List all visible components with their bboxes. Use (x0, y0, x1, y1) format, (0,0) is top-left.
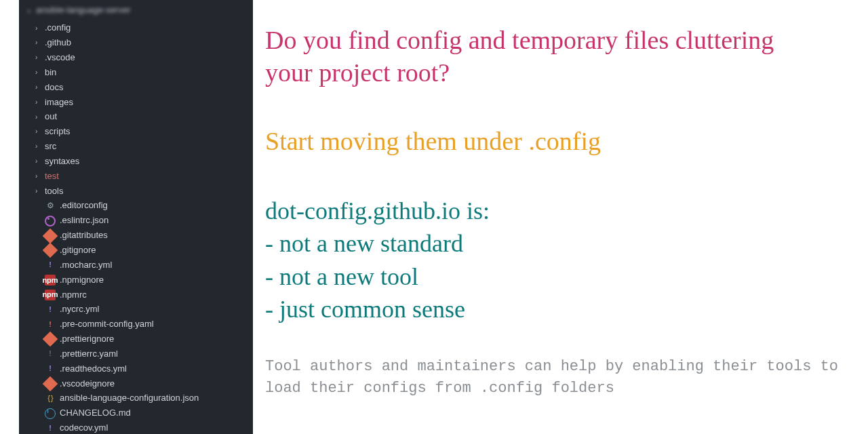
folder-label: scripts (45, 125, 71, 138)
file-row[interactable]: .prettierignore (19, 332, 253, 347)
facts-item: - just common sense (265, 293, 852, 326)
folder-label: docs (45, 81, 63, 94)
file-type-icon (43, 376, 58, 392)
file-label: .pre-commit-config.yaml (60, 318, 154, 331)
folder-row[interactable]: ›images (19, 95, 253, 110)
folder-label: .vscode (45, 52, 75, 64)
folder-label: test (45, 170, 59, 183)
file-label: ansible-language-configuration.json (60, 392, 199, 405)
file-row[interactable]: .pre-commit-config.yaml (19, 317, 253, 332)
file-label: .gitignore (60, 244, 96, 257)
folder-row[interactable]: ›.vscode (19, 51, 253, 66)
file-explorer-sidebar: ⌄ ansible-language-server ›.config›.gith… (0, 0, 254, 434)
folder-label: out (45, 111, 57, 123)
chevron-down-icon: ⌄ (26, 5, 32, 16)
file-row[interactable]: .gitignore (19, 243, 253, 258)
folder-row[interactable]: ›bin (19, 65, 253, 80)
file-label: .prettierrc.yaml (60, 348, 118, 361)
folder-row[interactable]: ›tools (19, 184, 253, 199)
folder-label: .github (45, 37, 71, 50)
file-row[interactable]: .eslintrc.json (19, 214, 253, 229)
file-row[interactable]: .vscodeignore (19, 376, 253, 391)
headline-text: Do you find config and temporary files c… (265, 24, 821, 89)
chevron-right-icon: › (35, 172, 41, 182)
file-type-icon (45, 201, 56, 212)
folder-label: bin (45, 66, 56, 79)
explorer-root-row[interactable]: ⌄ ansible-language-server (19, 0, 253, 20)
file-label: .gitattributes (60, 229, 108, 242)
chevron-right-icon: › (35, 157, 41, 167)
folder-label: images (45, 96, 73, 109)
folder-label: .config (45, 22, 71, 35)
file-label: .npmrc (60, 289, 87, 302)
explorer-panel: ⌄ ansible-language-server ›.config›.gith… (19, 0, 253, 434)
chevron-right-icon: › (35, 38, 41, 48)
chevron-right-icon: › (35, 142, 41, 152)
file-type-icon (45, 349, 56, 359)
folder-row[interactable]: ›.config (19, 21, 253, 36)
chevron-right-icon: › (35, 68, 41, 78)
file-label: .readthedocs.yml (60, 363, 127, 376)
file-row[interactable]: .npmignore (19, 273, 253, 288)
file-label: .editorconfig (60, 199, 108, 212)
file-label: .nycrc.yml (60, 303, 100, 316)
file-row[interactable]: .editorconfig (19, 199, 253, 214)
chevron-right-icon: › (35, 98, 41, 108)
folder-row[interactable]: ›docs (19, 80, 253, 95)
folder-label: tools (45, 185, 63, 198)
file-label: CHANGELOG.md (60, 407, 131, 420)
file-type-icon (45, 216, 56, 226)
file-type-icon (43, 228, 58, 243)
folder-row[interactable]: ›out (19, 110, 253, 125)
file-row[interactable]: codecov.yml (19, 421, 253, 434)
file-label: .mocharc.yml (60, 259, 112, 272)
file-label: .vscodeignore (60, 378, 115, 391)
file-type-icon (45, 363, 56, 374)
file-type-icon (45, 260, 56, 271)
slide-content: Do you find config and temporary files c… (254, 0, 868, 434)
file-row[interactable]: .mocharc.yml (19, 258, 253, 273)
file-type-icon (43, 332, 58, 347)
file-type-icon (45, 319, 56, 330)
facts-item: - not a new tool (265, 260, 852, 294)
folder-row[interactable]: ›syntaxes (19, 154, 253, 169)
chevron-right-icon: › (35, 127, 41, 137)
file-type-icon (43, 243, 58, 258)
folder-label: src (45, 140, 56, 153)
file-row[interactable]: .nycrc.yml (19, 302, 253, 317)
file-row[interactable]: .readthedocs.yml (19, 361, 253, 376)
file-type-icon (45, 275, 56, 285)
file-row[interactable]: .npmrc (19, 288, 253, 302)
file-type-icon (45, 423, 56, 434)
file-label: .npmignore (60, 274, 104, 287)
file-tree: ›.config›.github›.vscode›bin›docs›images… (19, 20, 253, 434)
facts-item: - not a new standard (265, 227, 852, 260)
file-type-icon (45, 304, 56, 315)
file-row[interactable]: .prettierrc.yaml (19, 347, 253, 361)
file-label: codecov.yml (60, 422, 108, 434)
folder-row[interactable]: ›scripts (19, 125, 253, 140)
folder-row[interactable]: ›test (19, 169, 253, 184)
chevron-right-icon: › (35, 113, 41, 123)
file-type-icon (45, 290, 56, 300)
folder-label: syntaxes (45, 155, 79, 168)
chevron-right-icon: › (35, 186, 41, 197)
footer-note: Tool authors and maintainers can help by… (265, 356, 852, 399)
folder-row[interactable]: ›.github (19, 36, 253, 51)
chevron-right-icon: › (35, 53, 41, 63)
root-folder-label: ansible-language-server (36, 4, 130, 17)
file-label: .prettierignore (60, 333, 114, 346)
chevron-right-icon: › (35, 83, 41, 93)
file-type-icon (45, 408, 56, 419)
subhead-text: Start moving them under .config (265, 125, 852, 158)
folder-row[interactable]: ›src (19, 140, 253, 155)
facts-block: dot-config.github.io is: - not a new sta… (265, 195, 852, 326)
file-row[interactable]: CHANGELOG.md (19, 406, 253, 421)
file-row[interactable]: .gitattributes (19, 229, 253, 243)
file-row[interactable]: ansible-language-configuration.json (19, 391, 253, 406)
file-type-icon (45, 393, 56, 404)
chevron-right-icon: › (35, 24, 41, 34)
file-label: .eslintrc.json (60, 214, 108, 227)
facts-lead: dot-config.github.io is: (265, 195, 852, 228)
